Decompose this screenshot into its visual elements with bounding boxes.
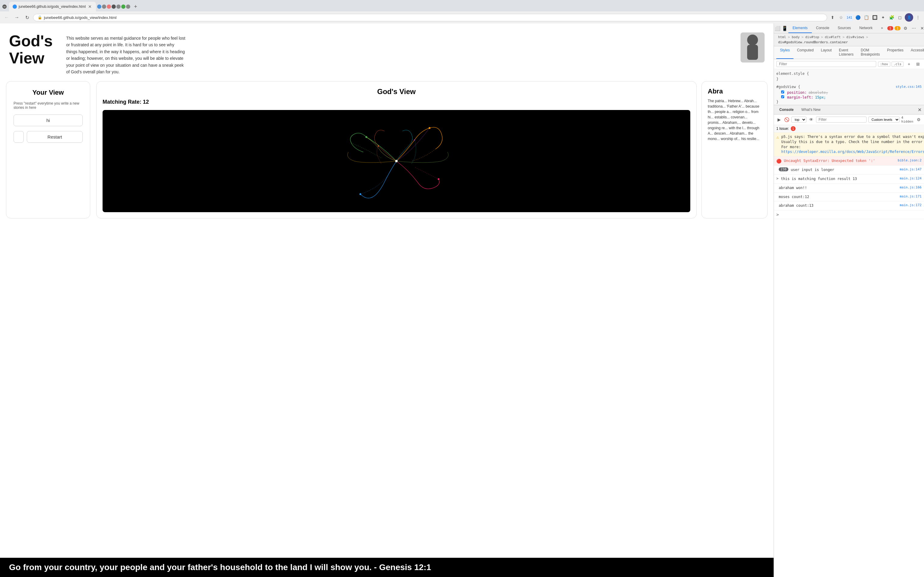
- console-clear-btn[interactable]: 🚫: [784, 116, 790, 123]
- extension-icon-6[interactable]: 🧩: [888, 14, 895, 21]
- sub-tab-computed[interactable]: Computed: [793, 46, 817, 59]
- expand-icon[interactable]: >: [776, 176, 779, 181]
- console-context-select[interactable]: top: [792, 117, 806, 122]
- sub-tab-dom-breakpoints[interactable]: DOM Breakpoints: [857, 46, 884, 59]
- console-msg-count: 238 user input is longer main.js:147: [774, 166, 924, 175]
- devtools-settings-btn[interactable]: ⚙: [902, 25, 909, 32]
- share-icon[interactable]: ⬆: [829, 14, 836, 21]
- bookmark-icon[interactable]: ☆: [837, 14, 845, 21]
- devtools-top-bar: ⬜ 📱 Elements Console Sources Network » 1…: [774, 23, 924, 33]
- console-msg-error: 🔴 Uncaught SyntaxError: Unexpected token…: [774, 156, 924, 166]
- refresh-button[interactable]: ↻: [23, 13, 31, 22]
- blank-button[interactable]: [13, 131, 24, 143]
- sub-tab-styles[interactable]: Styles: [776, 46, 793, 59]
- forward-button[interactable]: →: [13, 13, 21, 22]
- extension-icon-5[interactable]: ✦: [879, 14, 887, 21]
- sub-tab-layout[interactable]: Layout: [817, 46, 835, 59]
- devtools-tab-sources[interactable]: Sources: [834, 23, 855, 33]
- console-eye-btn[interactable]: 👁: [808, 116, 814, 123]
- devtools-tab-elements[interactable]: Elements: [788, 23, 812, 33]
- filter-tag-hov[interactable]: :hov: [878, 61, 890, 67]
- tab-icon-3[interactable]: [97, 5, 101, 9]
- address-bar[interactable]: 🔒 junebee66.github.io/gods_view/index.ht…: [33, 14, 827, 21]
- extension-icon-1[interactable]: 141: [846, 14, 853, 21]
- devtools-tab-network[interactable]: Network: [855, 23, 877, 33]
- webpage: God'sView This website serves as mental …: [0, 23, 774, 577]
- console-msg-text-matching: this is matching function result 13: [781, 176, 897, 182]
- menu-button[interactable]: ⋮: [914, 14, 922, 21]
- svg-point-4: [365, 136, 367, 138]
- page-header: God'sView This website serves as mental …: [0, 23, 774, 81]
- console-msg-moses: moses count:12 main.js:171: [774, 193, 924, 201]
- console-settings-btn[interactable]: ⚙: [916, 116, 922, 123]
- network-visualization: [103, 110, 690, 212]
- devtools-device-btn[interactable]: 📱: [781, 25, 788, 32]
- tab-icon-7[interactable]: [116, 5, 121, 9]
- console-tab-whatsnew[interactable]: What's New: [798, 106, 824, 113]
- breadcrumb-div-views[interactable]: div#views: [845, 35, 866, 40]
- tab-icon-4[interactable]: [102, 5, 106, 9]
- console-tab-console[interactable]: Console: [776, 106, 796, 113]
- lock-icon: 🔒: [37, 15, 42, 19]
- extension-icon-7[interactable]: ◻: [897, 14, 903, 21]
- console-play-btn[interactable]: ▶: [776, 116, 782, 123]
- style-prop-checkbox-position[interactable]: [781, 90, 784, 93]
- breadcrumb-div-left[interactable]: div#left: [823, 35, 843, 40]
- filter-tag-cls[interactable]: .cls: [892, 61, 904, 67]
- tab-icon-9[interactable]: [126, 5, 130, 9]
- breadcrumb-html[interactable]: html: [776, 35, 788, 40]
- profile-avatar[interactable]: 👤: [905, 13, 913, 22]
- restart-button[interactable]: Restart: [27, 131, 83, 143]
- style-source[interactable]: style.css:145: [896, 85, 922, 90]
- console-source-main-166[interactable]: main.js:166: [900, 185, 922, 189]
- svg-point-0: [747, 35, 758, 45]
- abra-title: Abra: [708, 87, 761, 95]
- tab-icon-6[interactable]: [111, 5, 116, 9]
- breadcrumb-godsview[interactable]: div#godsView.roundBorders.container: [776, 40, 850, 45]
- style-prop-checkbox-margin[interactable]: [781, 95, 784, 98]
- tab-icon-5[interactable]: [107, 5, 111, 9]
- styles-filter-input[interactable]: [776, 61, 876, 67]
- back-button[interactable]: ←: [2, 13, 11, 22]
- story-input[interactable]: [13, 114, 83, 126]
- tab-2[interactable]: 🌐 junebee66.github.io/gods_view/index.ht…: [9, 2, 96, 11]
- breadcrumb-div-top[interactable]: div#top: [803, 35, 821, 40]
- sub-tab-properties[interactable]: Properties: [884, 46, 907, 59]
- console-msg-text-moses: moses count:12: [779, 195, 897, 200]
- devtools-inspect-btn[interactable]: ⬜: [774, 25, 781, 32]
- svg-rect-1: [747, 45, 758, 60]
- console-close-btn[interactable]: ✕: [918, 107, 922, 113]
- console-source-main-124[interactable]: main.js:124: [900, 176, 922, 180]
- tab-close-btn[interactable]: ✕: [87, 4, 92, 9]
- console-link[interactable]: https://developer.mozilla.org/docs/Web/J…: [781, 150, 924, 154]
- console-msg-abraham-won: abraham won!! main.js:166: [774, 184, 924, 193]
- sub-tab-event-listeners[interactable]: Event Listeners: [835, 46, 857, 59]
- new-tab-button[interactable]: +: [131, 2, 140, 11]
- svg-point-5: [429, 127, 430, 129]
- console-section: Console What's New ✕ ▶ 🚫 top 👁 Custom le…: [774, 105, 924, 577]
- devtools-close-btn[interactable]: ✕: [919, 25, 924, 32]
- bottom-banner: Go from your country, your people and yo…: [0, 558, 774, 577]
- console-messages: ⚠ p5.js says: There's a syntax error due…: [774, 132, 924, 577]
- extension-icon-2[interactable]: 🔵: [854, 14, 861, 21]
- devtools-tab-console[interactable]: Console: [812, 23, 834, 33]
- console-source-main-171[interactable]: main.js:171: [900, 195, 922, 198]
- breadcrumb-body[interactable]: body: [790, 35, 801, 40]
- tab-icon-8[interactable]: [121, 5, 125, 9]
- more-style-btn[interactable]: ⊞: [914, 60, 922, 68]
- console-source-bible[interactable]: bible.json:2: [898, 158, 922, 162]
- page-description: This website serves as mental guidance f…: [66, 32, 186, 75]
- devtools-minimize-btn[interactable]: ⋯: [910, 25, 918, 32]
- console-level-select[interactable]: Custom levels: [868, 117, 900, 122]
- extension-icon-4[interactable]: 🔲: [871, 14, 878, 21]
- add-style-btn[interactable]: +: [905, 60, 913, 68]
- console-source-main-147[interactable]: main.js:147: [900, 168, 922, 171]
- devtools-tab-more[interactable]: »: [877, 23, 887, 33]
- extension-icon-3[interactable]: 📋: [863, 14, 870, 21]
- sub-tab-accessibility[interactable]: Accessibility: [907, 46, 924, 59]
- gods-view-style-block: #godsView { style.css:145 position: abso…: [776, 85, 922, 104]
- tab-bar: W 🌐 junebee66.github.io/gods_view/index.…: [0, 0, 924, 11]
- console-filter-input[interactable]: [816, 117, 867, 122]
- console-source-main-172[interactable]: main.js:172: [900, 203, 922, 207]
- filter-tags: :hov .cls: [878, 61, 903, 67]
